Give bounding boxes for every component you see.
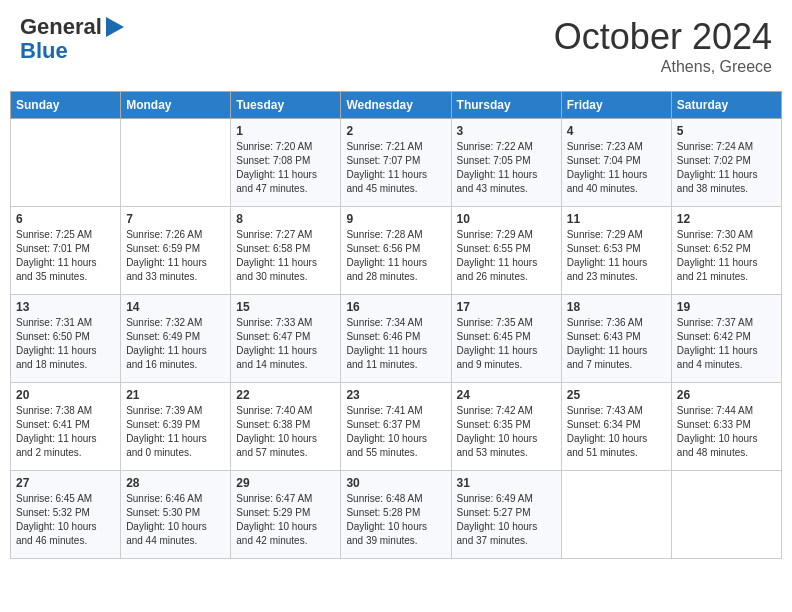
calendar-cell: 12Sunrise: 7:30 AMSunset: 6:52 PMDayligh… [671, 207, 781, 295]
day-info: Sunrise: 6:45 AMSunset: 5:32 PMDaylight:… [16, 492, 115, 548]
day-number: 29 [236, 476, 335, 490]
day-number: 26 [677, 388, 776, 402]
calendar-cell [11, 119, 121, 207]
day-number: 10 [457, 212, 556, 226]
day-number: 27 [16, 476, 115, 490]
day-number: 4 [567, 124, 666, 138]
calendar-cell: 26Sunrise: 7:44 AMSunset: 6:33 PMDayligh… [671, 383, 781, 471]
calendar-cell: 14Sunrise: 7:32 AMSunset: 6:49 PMDayligh… [121, 295, 231, 383]
week-row-2: 6Sunrise: 7:25 AMSunset: 7:01 PMDaylight… [11, 207, 782, 295]
day-info: Sunrise: 7:39 AMSunset: 6:39 PMDaylight:… [126, 404, 225, 460]
calendar-cell: 16Sunrise: 7:34 AMSunset: 6:46 PMDayligh… [341, 295, 451, 383]
day-info: Sunrise: 7:24 AMSunset: 7:02 PMDaylight:… [677, 140, 776, 196]
day-info: Sunrise: 6:49 AMSunset: 5:27 PMDaylight:… [457, 492, 556, 548]
week-row-4: 20Sunrise: 7:38 AMSunset: 6:41 PMDayligh… [11, 383, 782, 471]
day-info: Sunrise: 7:32 AMSunset: 6:49 PMDaylight:… [126, 316, 225, 372]
logo-general-text: General [20, 15, 102, 39]
calendar-cell: 18Sunrise: 7:36 AMSunset: 6:43 PMDayligh… [561, 295, 671, 383]
calendar-cell: 9Sunrise: 7:28 AMSunset: 6:56 PMDaylight… [341, 207, 451, 295]
day-number: 1 [236, 124, 335, 138]
calendar-cell: 31Sunrise: 6:49 AMSunset: 5:27 PMDayligh… [451, 471, 561, 559]
day-header-wednesday: Wednesday [341, 92, 451, 119]
calendar-cell: 29Sunrise: 6:47 AMSunset: 5:29 PMDayligh… [231, 471, 341, 559]
calendar-cell: 8Sunrise: 7:27 AMSunset: 6:58 PMDaylight… [231, 207, 341, 295]
day-number: 11 [567, 212, 666, 226]
day-info: Sunrise: 7:38 AMSunset: 6:41 PMDaylight:… [16, 404, 115, 460]
calendar-cell: 7Sunrise: 7:26 AMSunset: 6:59 PMDaylight… [121, 207, 231, 295]
day-number: 28 [126, 476, 225, 490]
calendar-cell: 4Sunrise: 7:23 AMSunset: 7:04 PMDaylight… [561, 119, 671, 207]
day-info: Sunrise: 7:28 AMSunset: 6:56 PMDaylight:… [346, 228, 445, 284]
week-row-5: 27Sunrise: 6:45 AMSunset: 5:32 PMDayligh… [11, 471, 782, 559]
day-info: Sunrise: 7:30 AMSunset: 6:52 PMDaylight:… [677, 228, 776, 284]
day-header-thursday: Thursday [451, 92, 561, 119]
location-text: Athens, Greece [554, 58, 772, 76]
calendar-table: SundayMondayTuesdayWednesdayThursdayFrid… [10, 91, 782, 559]
day-info: Sunrise: 7:22 AMSunset: 7:05 PMDaylight:… [457, 140, 556, 196]
calendar-cell: 1Sunrise: 7:20 AMSunset: 7:08 PMDaylight… [231, 119, 341, 207]
day-number: 19 [677, 300, 776, 314]
day-number: 15 [236, 300, 335, 314]
calendar-cell: 15Sunrise: 7:33 AMSunset: 6:47 PMDayligh… [231, 295, 341, 383]
calendar-cell: 25Sunrise: 7:43 AMSunset: 6:34 PMDayligh… [561, 383, 671, 471]
page-header: General Blue October 2024 Athens, Greece [10, 10, 782, 81]
day-info: Sunrise: 7:31 AMSunset: 6:50 PMDaylight:… [16, 316, 115, 372]
day-info: Sunrise: 6:47 AMSunset: 5:29 PMDaylight:… [236, 492, 335, 548]
calendar-cell: 23Sunrise: 7:41 AMSunset: 6:37 PMDayligh… [341, 383, 451, 471]
day-number: 30 [346, 476, 445, 490]
day-number: 25 [567, 388, 666, 402]
day-number: 22 [236, 388, 335, 402]
day-info: Sunrise: 7:41 AMSunset: 6:37 PMDaylight:… [346, 404, 445, 460]
day-info: Sunrise: 7:43 AMSunset: 6:34 PMDaylight:… [567, 404, 666, 460]
calendar-cell [671, 471, 781, 559]
calendar-cell: 5Sunrise: 7:24 AMSunset: 7:02 PMDaylight… [671, 119, 781, 207]
calendar-cell: 19Sunrise: 7:37 AMSunset: 6:42 PMDayligh… [671, 295, 781, 383]
day-number: 16 [346, 300, 445, 314]
day-info: Sunrise: 7:23 AMSunset: 7:04 PMDaylight:… [567, 140, 666, 196]
day-header-tuesday: Tuesday [231, 92, 341, 119]
calendar-cell: 3Sunrise: 7:22 AMSunset: 7:05 PMDaylight… [451, 119, 561, 207]
day-info: Sunrise: 7:27 AMSunset: 6:58 PMDaylight:… [236, 228, 335, 284]
calendar-cell: 21Sunrise: 7:39 AMSunset: 6:39 PMDayligh… [121, 383, 231, 471]
day-number: 6 [16, 212, 115, 226]
day-number: 24 [457, 388, 556, 402]
day-info: Sunrise: 7:29 AMSunset: 6:53 PMDaylight:… [567, 228, 666, 284]
day-info: Sunrise: 7:42 AMSunset: 6:35 PMDaylight:… [457, 404, 556, 460]
day-header-monday: Monday [121, 92, 231, 119]
calendar-cell: 2Sunrise: 7:21 AMSunset: 7:07 PMDaylight… [341, 119, 451, 207]
day-number: 12 [677, 212, 776, 226]
logo: General Blue [20, 15, 124, 63]
day-number: 3 [457, 124, 556, 138]
calendar-cell: 11Sunrise: 7:29 AMSunset: 6:53 PMDayligh… [561, 207, 671, 295]
calendar-cell: 17Sunrise: 7:35 AMSunset: 6:45 PMDayligh… [451, 295, 561, 383]
day-number: 18 [567, 300, 666, 314]
calendar-cell: 20Sunrise: 7:38 AMSunset: 6:41 PMDayligh… [11, 383, 121, 471]
day-info: Sunrise: 7:35 AMSunset: 6:45 PMDaylight:… [457, 316, 556, 372]
day-number: 8 [236, 212, 335, 226]
day-info: Sunrise: 7:29 AMSunset: 6:55 PMDaylight:… [457, 228, 556, 284]
day-header-sunday: Sunday [11, 92, 121, 119]
day-number: 31 [457, 476, 556, 490]
day-number: 7 [126, 212, 225, 226]
day-number: 17 [457, 300, 556, 314]
calendar-cell: 28Sunrise: 6:46 AMSunset: 5:30 PMDayligh… [121, 471, 231, 559]
calendar-cell: 24Sunrise: 7:42 AMSunset: 6:35 PMDayligh… [451, 383, 561, 471]
day-info: Sunrise: 7:26 AMSunset: 6:59 PMDaylight:… [126, 228, 225, 284]
day-info: Sunrise: 7:34 AMSunset: 6:46 PMDaylight:… [346, 316, 445, 372]
day-info: Sunrise: 7:33 AMSunset: 6:47 PMDaylight:… [236, 316, 335, 372]
day-number: 14 [126, 300, 225, 314]
calendar-cell: 13Sunrise: 7:31 AMSunset: 6:50 PMDayligh… [11, 295, 121, 383]
day-info: Sunrise: 6:48 AMSunset: 5:28 PMDaylight:… [346, 492, 445, 548]
day-number: 21 [126, 388, 225, 402]
week-row-3: 13Sunrise: 7:31 AMSunset: 6:50 PMDayligh… [11, 295, 782, 383]
day-info: Sunrise: 7:25 AMSunset: 7:01 PMDaylight:… [16, 228, 115, 284]
day-number: 13 [16, 300, 115, 314]
day-number: 23 [346, 388, 445, 402]
title-area: October 2024 Athens, Greece [554, 15, 772, 76]
day-number: 5 [677, 124, 776, 138]
day-number: 20 [16, 388, 115, 402]
calendar-cell: 27Sunrise: 6:45 AMSunset: 5:32 PMDayligh… [11, 471, 121, 559]
calendar-cell: 22Sunrise: 7:40 AMSunset: 6:38 PMDayligh… [231, 383, 341, 471]
day-header-saturday: Saturday [671, 92, 781, 119]
day-info: Sunrise: 7:21 AMSunset: 7:07 PMDaylight:… [346, 140, 445, 196]
